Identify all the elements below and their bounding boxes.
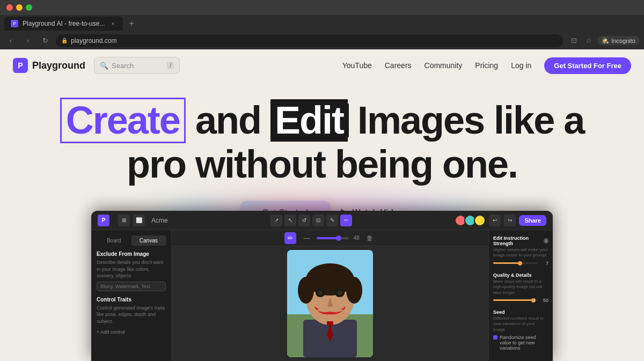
canvas-tool-minus[interactable]: —	[301, 232, 312, 244]
toolbar-icon-brush-active[interactable]: ✏	[340, 215, 352, 226]
toolbar-icon-frame[interactable]: ⬜	[133, 215, 145, 226]
hero-title-rest2: pro without being one.	[127, 143, 517, 186]
share-button[interactable]: Share	[519, 215, 546, 226]
toolbar-icon-board[interactable]: ⊞	[118, 215, 130, 226]
nav-link-youtube[interactable]: YouTube	[342, 61, 372, 70]
hero-title: Create and Edit Images like a pro withou…	[11, 98, 633, 186]
app-toolbar-icons: ⊞ ⬜	[118, 215, 145, 226]
app-logo-icon: P	[98, 215, 109, 226]
hero-create-word: Create	[60, 98, 186, 143]
hero-section: Create and Edit Images like a pro withou…	[0, 82, 644, 225]
address-bar-row: ‹ › ↻ 🔒 playground.com ⊡ ☆ 🕵 Incognito	[0, 32, 644, 49]
toolbar-undo[interactable]: ↩	[489, 215, 501, 226]
rp-quality-value: 50	[540, 298, 548, 303]
app-canvas: ✏ — 48 🗑	[172, 230, 488, 361]
rp-quality-section: Quality & Details More steps will result…	[493, 272, 548, 303]
incognito-label: Incognito	[611, 38, 635, 44]
info-icon-1: i	[544, 238, 548, 244]
nav-link-careers[interactable]: Careers	[385, 61, 412, 70]
toolbar-redo[interactable]: ↪	[504, 215, 516, 226]
cast-icon[interactable]: ⊡	[567, 34, 580, 47]
new-tab-button[interactable]: +	[125, 17, 138, 30]
toolbar-icon-pen[interactable]: ✎	[326, 215, 338, 226]
logo-text: Playground	[32, 60, 85, 71]
top-nav: P Playground 🔍 Search / YouTube Careers …	[0, 49, 644, 82]
sidebar-tabs: Board Canvas	[97, 235, 166, 246]
forward-button[interactable]: ›	[21, 34, 34, 47]
rp-seed-title: Seed	[493, 310, 548, 315]
toolbar-filename: Acme	[151, 217, 168, 224]
rp-seed-checkbox[interactable]: Randomize seed value to get new variatio…	[493, 335, 548, 351]
minimize-window-button[interactable]	[16, 4, 23, 11]
canvas-slider[interactable]	[317, 237, 349, 239]
browser-actions: ⊡ ☆ 🕵 Incognito	[567, 34, 640, 47]
close-window-button[interactable]	[6, 4, 13, 11]
canvas-delete-btn[interactable]: 🗑	[364, 232, 376, 244]
canvas-toolbar: ✏ — 48 🗑	[172, 230, 488, 246]
rp-seed-section: Seed Different numbers result in new var…	[493, 310, 548, 351]
canvas-image-area	[172, 246, 488, 361]
browser-tab[interactable]: P Playground AI - free-to-use... ×	[4, 17, 123, 31]
hero-edit-word: Edit	[270, 99, 348, 142]
nav-link-login[interactable]: Log in	[511, 61, 531, 70]
sidebar-add-control[interactable]: + Add control	[97, 329, 166, 335]
portrait-image	[287, 250, 373, 357]
avatar-group	[455, 215, 486, 226]
toolbar-icon-crop[interactable]: ⊡	[312, 215, 324, 226]
portrait-svg	[287, 250, 373, 357]
rp-edit-strength-section: Edit Instruction Strength i Higher value…	[493, 235, 548, 266]
sidebar-exclude-title: Exclude From Image	[97, 251, 166, 257]
rp-quality-title: Quality & Details	[493, 272, 548, 278]
rp-seed-checkbox-label: Randomize seed value to get new variatio…	[500, 335, 548, 351]
sidebar-tab-canvas[interactable]: Canvas	[131, 235, 166, 246]
avatar-3	[474, 215, 486, 226]
nav-link-pricing[interactable]: Pricing	[475, 61, 498, 70]
app-toolbar: P ⊞ ⬜ Acme ↗ ↖ ↺ ⊡ ✎ ✏ ↩ ↪	[91, 211, 553, 230]
toolbar-icon-share[interactable]: ↗	[270, 215, 282, 226]
tab-close-button[interactable]: ×	[109, 20, 116, 27]
rp-edit-strength-slider[interactable]: 7	[493, 261, 548, 266]
lock-icon: 🔒	[61, 38, 68, 43]
nav-logo: P Playground	[13, 58, 85, 73]
back-button[interactable]: ‹	[4, 34, 17, 47]
toolbar-icon-refresh[interactable]: ↺	[298, 215, 310, 226]
maximize-window-button[interactable]	[26, 4, 32, 11]
rp-edit-strength-title: Edit Instruction Strength i	[493, 235, 548, 246]
nav-search[interactable]: 🔍 Search /	[94, 57, 180, 74]
traffic-lights	[6, 4, 32, 11]
reload-button[interactable]: ↻	[39, 34, 52, 47]
incognito-badge: 🕵 Incognito	[597, 36, 640, 45]
rp-quality-slider[interactable]: 50	[493, 298, 548, 303]
tab-bar: P Playground AI - free-to-use... × +	[0, 15, 644, 32]
browser-window: P Playground AI - free-to-use... × + ‹ ›…	[0, 0, 644, 49]
website-content: P Playground 🔍 Search / YouTube Careers …	[0, 49, 644, 361]
svg-point-10	[318, 291, 323, 295]
toolbar-icon-cursor[interactable]: ↖	[284, 215, 296, 226]
app-sidebar: Board Canvas Exclude From Image Describe…	[91, 230, 172, 361]
nav-cta-button[interactable]: Get Started For Free	[544, 57, 631, 74]
canvas-tool-brush[interactable]: ✏	[284, 232, 296, 244]
rp-seed-desc: Different numbers result in new variatio…	[493, 316, 548, 333]
svg-point-6	[298, 277, 314, 304]
sidebar-exclude-input[interactable]	[97, 282, 166, 291]
sidebar-tab-board[interactable]: Board	[97, 235, 131, 246]
title-bar	[0, 0, 644, 15]
rp-edit-strength-value: 7	[540, 261, 548, 266]
rp-quality-desc: More steps will result in a high-quality…	[493, 279, 548, 296]
sidebar-control-title: Control Traits	[97, 297, 166, 303]
search-placeholder: Search	[112, 62, 134, 70]
hero-and: and	[195, 99, 261, 142]
hero-title-rest1: Images like a	[357, 99, 584, 142]
address-bar[interactable]: 🔒 playground.com	[56, 34, 563, 47]
tab-title: Playground AI - free-to-use...	[23, 20, 105, 27]
nav-link-community[interactable]: Community	[425, 61, 463, 70]
search-shortcut: /	[167, 62, 174, 69]
svg-rect-13	[327, 321, 333, 326]
tab-favicon: P	[11, 20, 18, 27]
nav-links: YouTube Careers Community Pricing Log in…	[342, 57, 631, 74]
svg-point-11	[338, 291, 342, 295]
rp-edit-strength-desc: Higher values will make your image close…	[493, 247, 548, 259]
checkbox-icon	[493, 335, 497, 340]
bookmark-icon[interactable]: ☆	[582, 34, 595, 47]
sidebar-control-desc: Control generated image's traits like po…	[97, 305, 166, 325]
